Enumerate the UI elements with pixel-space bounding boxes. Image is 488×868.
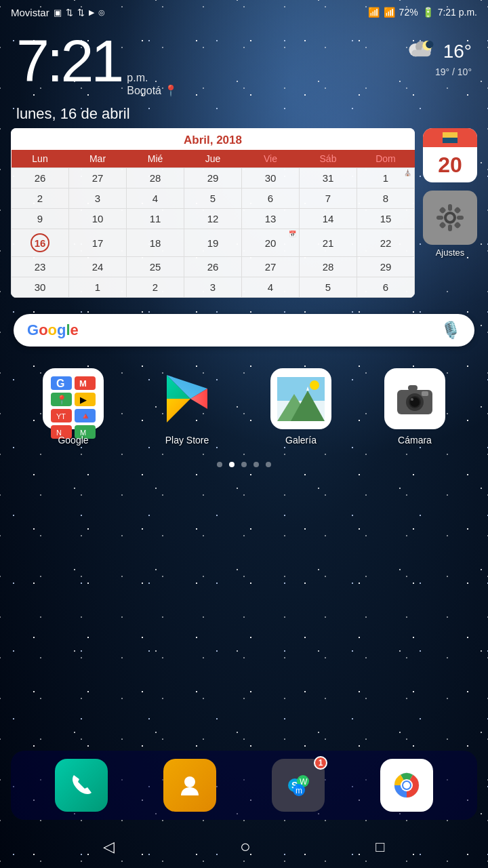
cal-cell[interactable]: 11 (127, 209, 184, 229)
recent-button[interactable]: □ (375, 838, 384, 856)
phone-dock-icon[interactable] (55, 759, 108, 812)
cal-cell[interactable]: 6 (242, 189, 300, 209)
calendar-app-date: 20 (423, 147, 477, 182)
cal-cell[interactable]: 5 (184, 189, 242, 209)
svg-text:M: M (79, 378, 87, 389)
cal-cell[interactable]: 14 (300, 209, 357, 229)
chrome-dock-icon[interactable] (380, 759, 433, 812)
cal-cell[interactable]: 3 (69, 189, 127, 209)
cal-cell[interactable]: 4 (242, 277, 300, 298)
cal-today-cell[interactable]: 16 (12, 229, 69, 257)
cal-cell[interactable]: 30 (12, 277, 69, 298)
contacts-dock-icon[interactable] (163, 759, 216, 812)
cal-event-cell[interactable]: 20 📅 (242, 229, 300, 257)
svg-text:YT: YT (56, 412, 66, 420)
cal-week-2: 2 3 4 5 6 7 8 (12, 189, 415, 209)
carrier-label: Movistar (11, 7, 49, 18)
cal-cell[interactable]: 28 (127, 168, 184, 189)
cal-cell[interactable]: 10 (69, 209, 127, 229)
status-bar: Movistar ▣ ⇅ ⇅ ▶ ◎ 📶 📶 72% 🔋 7:21 p.m. (0, 0, 488, 24)
svg-rect-8 (448, 204, 452, 211)
calendar-days-header: Lun Mar Mié Jue Vie Sáb Dom (12, 150, 415, 168)
page-dot-0[interactable] (217, 462, 222, 467)
google-app-label: Google (58, 435, 88, 446)
today-marker: 16 (30, 233, 49, 252)
cal-cell[interactable]: 27 (69, 168, 127, 189)
page-dot-3[interactable] (253, 462, 259, 467)
cal-cell[interactable]: 24 (69, 257, 127, 277)
day-mie: Mié (127, 150, 184, 168)
event-indicator: 📅 (289, 231, 296, 237)
cal-cell[interactable]: 8 (357, 189, 415, 209)
camera-icon[interactable] (384, 368, 445, 429)
cal-cell[interactable]: 4 (127, 189, 184, 209)
calendar-app-container[interactable]: 20 (423, 128, 477, 182)
cal-cell[interactable]: 31 (300, 168, 357, 189)
google-app[interactable]: G M 📍 ▶ YT 🔺 N (43, 368, 104, 446)
cal-cell[interactable]: 5 (300, 277, 357, 298)
ajustes-container[interactable]: Ajustes (423, 191, 477, 258)
gallery-icon[interactable] (270, 368, 331, 429)
calendar-app-top (423, 128, 477, 147)
svg-rect-9 (448, 224, 452, 231)
cal-cell[interactable]: 6 (357, 277, 415, 298)
page-dot-2[interactable] (241, 462, 247, 467)
cal-cell[interactable]: 3 (184, 277, 242, 298)
cal-cell[interactable]: 2 (127, 277, 184, 298)
mic-icon[interactable]: 🎙️ (441, 321, 461, 340)
cal-cell[interactable]: 17 (69, 229, 127, 257)
cal-cell[interactable]: 2 (12, 189, 69, 209)
page-dot-1[interactable] (229, 462, 235, 467)
svg-rect-13 (453, 206, 461, 214)
cal-cell[interactable]: 25 (127, 257, 184, 277)
cal-cell[interactable]: 23 (12, 257, 69, 277)
cal-cell[interactable]: 7 (300, 189, 357, 209)
cal-cell[interactable]: 22 (357, 229, 415, 257)
cal-cell[interactable]: 18 (127, 229, 184, 257)
gallery-app[interactable]: Galería (270, 368, 331, 446)
svg-point-7 (447, 214, 453, 221)
cal-cell[interactable]: 1 (69, 277, 127, 298)
cal-cell[interactable]: 12 (184, 209, 242, 229)
cal-cell[interactable]: 29 (184, 168, 242, 189)
cal-cell[interactable]: 1 ⛪ (357, 168, 415, 189)
cal-cell[interactable]: 15 (357, 209, 415, 229)
ajustes-icon[interactable] (423, 191, 477, 245)
cal-cell[interactable]: 19 (184, 229, 242, 257)
status-right: 📶 📶 72% 🔋 7:21 p.m. (368, 7, 477, 18)
google-gmail-icon: M (75, 376, 96, 390)
day-dom: Dom (357, 150, 415, 168)
cal-cell[interactable]: 28 (300, 257, 357, 277)
svg-marker-27 (167, 399, 190, 422)
cal-cell[interactable]: 21 (300, 229, 357, 257)
status-left: Movistar ▣ ⇅ ⇅ ▶ ◎ (11, 7, 105, 18)
calendar-app-icon[interactable]: 20 (423, 128, 477, 182)
cal-cell[interactable]: 26 (12, 168, 69, 189)
home-button[interactable]: ○ (240, 836, 251, 857)
page-dot-4[interactable] (266, 462, 271, 467)
back-button[interactable]: ◁ (103, 838, 115, 856)
flag-icon (443, 132, 458, 143)
calendar-header: Abril, 2018 (11, 128, 415, 150)
messaging-dock-icon[interactable]: S W m 1 (272, 759, 325, 812)
wifi-icon: 📶 (368, 7, 380, 18)
svg-rect-10 (436, 216, 443, 220)
cal-cell[interactable]: 29 (357, 257, 415, 277)
search-bar[interactable]: Google 🎙️ (14, 314, 474, 347)
time-period: p.m. (127, 72, 178, 84)
cal-cell[interactable]: 30 (242, 168, 300, 189)
playstore-app[interactable]: Play Store (157, 368, 218, 446)
svg-point-41 (184, 776, 195, 787)
cal-cell[interactable]: 9 (12, 209, 69, 229)
google-app-icon[interactable]: G M 📍 ▶ YT 🔺 N (43, 368, 104, 429)
cal-cell[interactable]: 26 (184, 257, 242, 277)
svg-point-5 (426, 41, 433, 48)
playstore-icon[interactable] (157, 368, 218, 429)
cal-cell[interactable]: 13 (242, 209, 300, 229)
svg-point-51 (403, 782, 410, 789)
cal-cell[interactable]: 27 (242, 257, 300, 277)
camera-app[interactable]: Cámara (384, 368, 445, 446)
battery-icon: 🔋 (422, 7, 434, 18)
gallery-image-icon (277, 377, 325, 421)
calendar-widget[interactable]: Abril, 2018 Lun Mar Mié Jue Vie Sáb Dom (11, 128, 415, 298)
